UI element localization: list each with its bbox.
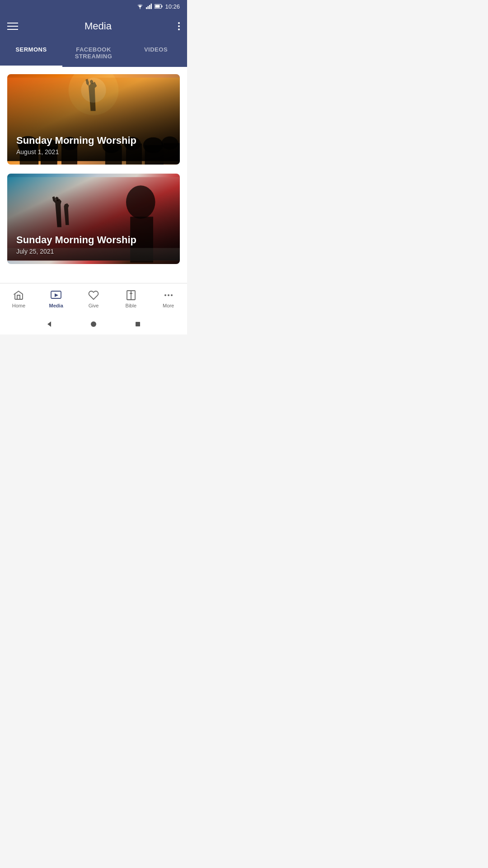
media-label: Media [49, 303, 63, 308]
svg-marker-40 [47, 321, 51, 327]
battery-icon [155, 4, 163, 9]
system-navigation [0, 314, 187, 335]
svg-point-41 [91, 321, 96, 327]
status-icons: 10:26 [136, 3, 180, 10]
more-nav-icon [163, 289, 174, 301]
status-bar: 10:26 [0, 0, 187, 13]
svg-rect-7 [155, 5, 160, 8]
wifi-icon [136, 4, 144, 9]
signal-icon [146, 4, 152, 9]
svg-rect-3 [149, 5, 150, 9]
svg-rect-42 [136, 322, 140, 326]
sermon-2-date: July 25, 2021 [16, 248, 171, 255]
bottom-navigation: Home Media Give [0, 283, 187, 314]
bible-label: Bible [126, 303, 136, 308]
recents-button[interactable] [133, 320, 142, 329]
give-label: Give [89, 303, 99, 308]
tabs: SERMONS Facebook Streaming Videos [0, 40, 187, 67]
home-label: Home [12, 303, 25, 308]
sermon-1-title: Sunday Morning Worship [16, 135, 171, 146]
sermon-2-overlay: Sunday Morning Worship July 25, 2021 [7, 227, 180, 264]
media-icon [50, 289, 62, 301]
nav-give[interactable]: Give [75, 283, 113, 314]
status-time: 10:26 [165, 3, 180, 10]
hamburger-button[interactable] [7, 23, 18, 30]
svg-point-39 [171, 294, 173, 296]
nav-media[interactable]: Media [38, 283, 75, 314]
sermon-2-title: Sunday Morning Worship [16, 234, 171, 246]
svg-point-38 [168, 294, 169, 296]
svg-rect-2 [148, 6, 149, 9]
more-label: More [163, 303, 174, 308]
give-icon [88, 289, 99, 301]
sermon-card-1[interactable]: Sunday Morning Worship August 1, 2021 [7, 74, 180, 165]
svg-rect-6 [162, 5, 163, 7]
sermon-1-date: August 1, 2021 [16, 148, 171, 156]
home-button[interactable] [89, 320, 98, 329]
more-button[interactable] [178, 22, 180, 30]
nav-home[interactable]: Home [0, 283, 38, 314]
page-title: Media [84, 20, 112, 32]
tab-facebook-streaming[interactable]: Facebook Streaming [62, 40, 125, 66]
nav-bible[interactable]: Bible [112, 283, 150, 314]
home-icon [13, 289, 24, 301]
svg-rect-4 [151, 4, 152, 9]
nav-more[interactable]: More [150, 283, 187, 314]
sermon-1-overlay: Sunday Morning Worship August 1, 2021 [7, 127, 180, 165]
svg-point-37 [164, 294, 166, 296]
app-bar: Media [0, 13, 187, 40]
tab-sermons[interactable]: SERMONS [0, 40, 62, 66]
svg-rect-1 [146, 7, 147, 9]
back-button[interactable] [45, 320, 54, 329]
svg-marker-32 [55, 293, 58, 297]
content-area: Sunday Morning Worship August 1, 2021 [0, 67, 187, 283]
tab-videos[interactable]: Videos [125, 40, 187, 66]
svg-point-0 [140, 8, 141, 9]
bible-icon [125, 289, 137, 301]
sermon-card-2[interactable]: Sunday Morning Worship July 25, 2021 [7, 174, 180, 264]
